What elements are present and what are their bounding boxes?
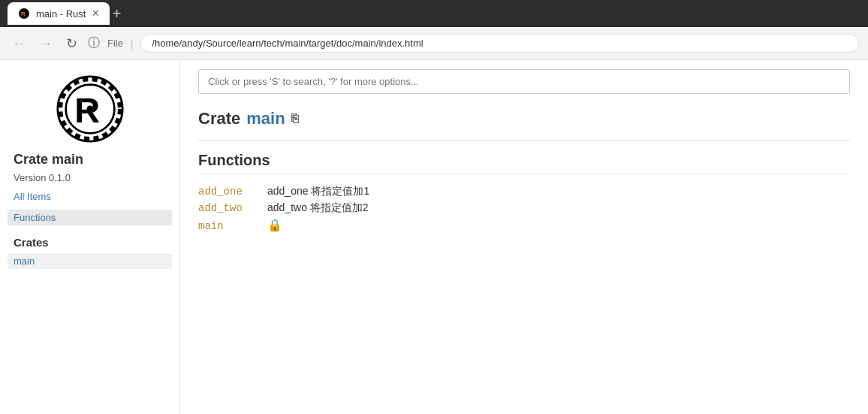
fn-name-add-one[interactable]: add_one <box>198 186 258 198</box>
sidebar-crate-title: Crate main <box>8 152 83 168</box>
back-button[interactable]: ← <box>9 35 29 52</box>
browser-chrome: R main - Rust × + <box>0 0 868 27</box>
copy-icon[interactable]: ⎘ <box>291 112 299 125</box>
functions-list: add_one add_one 将指定值加1 add_two add_two 将… <box>198 185 850 232</box>
sidebar-version: Version 0.1.0 <box>8 172 71 183</box>
rust-logo: R <box>56 75 124 143</box>
table-row: add_two add_two 将指定值加2 <box>198 201 850 215</box>
forward-button[interactable]: → <box>36 35 56 52</box>
sidebar-crates-header: Crates <box>8 236 49 249</box>
lock-icon: 🔒 <box>267 218 282 232</box>
fn-name-add-two[interactable]: add_two <box>198 202 258 214</box>
main-content: Crate main ⎘ Functions add_one add_one 将… <box>180 60 868 414</box>
tab-favicon: R <box>18 8 30 20</box>
active-tab[interactable]: R main - Rust × <box>8 2 110 25</box>
address-bar: ← → ↻ ⓘ File | <box>0 27 868 60</box>
info-icon: ⓘ <box>88 35 100 51</box>
sidebar-crate-main[interactable]: main <box>8 253 172 269</box>
refresh-button[interactable]: ↻ <box>63 35 80 52</box>
tab-bar: R main - Rust × + <box>8 2 860 25</box>
address-input[interactable] <box>140 34 859 53</box>
file-label: File <box>107 38 123 49</box>
crate-heading-name[interactable]: main <box>246 109 285 128</box>
crate-heading: Crate main ⎘ <box>198 109 850 128</box>
new-tab-button[interactable]: + <box>113 6 122 21</box>
search-input[interactable] <box>198 69 850 94</box>
sidebar-all-items-link[interactable]: All Items <box>8 191 51 202</box>
sidebar-functions-link[interactable]: Functions <box>8 210 172 225</box>
section-divider <box>198 141 850 141</box>
fn-desc-add-two: add_two 将指定值加2 <box>267 201 369 215</box>
app-body: R Crate main Version 0.1.0 All Items Fun… <box>0 60 868 414</box>
svg-text:R: R <box>21 11 26 17</box>
functions-heading: Functions <box>198 152 850 174</box>
fn-desc-add-one: add_one 将指定值加1 <box>267 185 369 198</box>
tab-title: main - Rust <box>36 8 86 20</box>
crate-heading-prefix: Crate <box>198 109 240 128</box>
tab-close-icon[interactable]: × <box>92 8 98 20</box>
table-row: add_one add_one 将指定值加1 <box>198 185 850 198</box>
separator: | <box>131 38 133 49</box>
fn-name-main[interactable]: main <box>198 220 258 232</box>
sidebar: R Crate main Version 0.1.0 All Items Fun… <box>0 60 180 414</box>
svg-point-6 <box>86 106 93 113</box>
table-row: main 🔒 <box>198 218 850 232</box>
